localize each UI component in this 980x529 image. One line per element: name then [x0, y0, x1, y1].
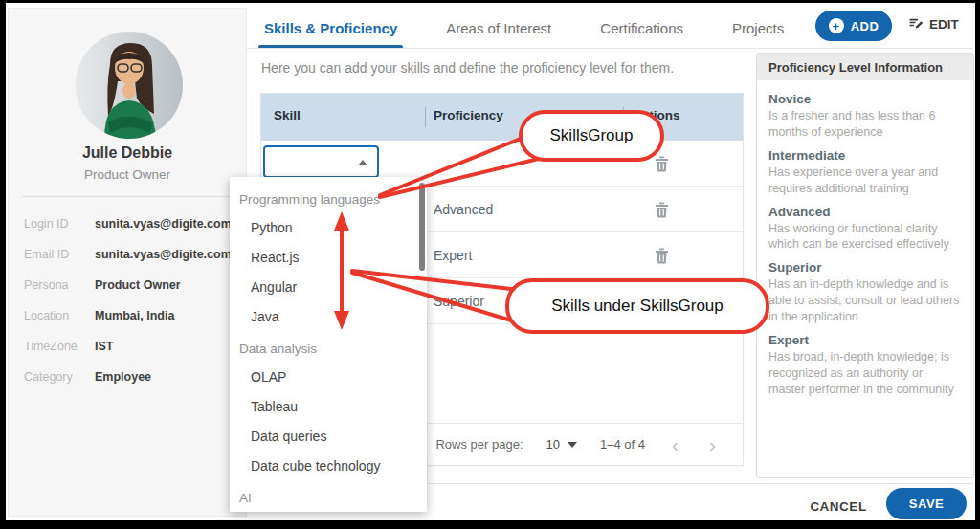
profile-field-value: Mumbai, India — [95, 307, 174, 324]
profile-field-label: Persona — [24, 276, 95, 294]
proficiency-info-panel: Proficiency Level Information Novice Is … — [756, 53, 974, 478]
dropdown-group-items: PythonReact.jsAngularJava — [230, 213, 427, 332]
dropdown-item[interactable]: Tableau — [230, 392, 427, 422]
column-header-proficiency: Proficiency — [434, 108, 503, 122]
profile-field-row: Email ID sunita.vyas@digite.com — [24, 246, 238, 263]
divider — [22, 196, 233, 197]
proficiency-level-name: Superior — [768, 260, 962, 275]
proficiency-level: Expert Has broad, in-depth knowledge; is… — [768, 333, 962, 398]
edit-icon — [907, 14, 924, 33]
plus-circle-icon: + — [829, 18, 844, 33]
profile-field-label: Login ID — [24, 215, 95, 232]
add-button-label: ADD — [851, 19, 880, 33]
previous-page-button[interactable]: ‹ — [668, 434, 682, 454]
dropdown-item[interactable]: OLAP — [230, 363, 427, 392]
dropdown-group-label: AI — [230, 481, 427, 512]
annotation-callout-skills-under: Skills under SkillsGroup — [505, 278, 769, 334]
edit-button-label: EDIT — [929, 17, 959, 32]
proficiency-level-name: Expert — [768, 333, 962, 347]
add-button[interactable]: + ADD — [815, 11, 892, 41]
profile-field-label: Location — [24, 307, 95, 324]
profile-field-row: Category Employee — [24, 368, 238, 386]
dropdown-item[interactable]: Angular — [230, 273, 427, 302]
tab-label: Projects — [732, 20, 784, 36]
proficiency-level-description: Has broad, in-depth knowledge; is recogn… — [768, 349, 962, 398]
annotation-text: SkillsGroup — [550, 126, 634, 145]
tab-label: Areas of Interest — [446, 20, 551, 36]
chevron-up-icon — [358, 160, 368, 165]
save-button[interactable]: SAVE — [886, 488, 967, 519]
profile-field-value: sunita.vyas@digite.com — [95, 215, 232, 232]
app-window: Julle Debbie Product Owner Login ID suni… — [6, 3, 975, 520]
profile-field-label: TimeZone — [24, 338, 95, 355]
tab-label: Skills & Proficiency — [264, 20, 397, 36]
profile-field-label: Email ID — [24, 246, 95, 263]
profile-fields: Login ID sunita.vyas@digite.com Email ID… — [24, 215, 238, 399]
cancel-button[interactable]: CANCEL — [802, 494, 875, 518]
tab[interactable]: Skills & Proficiency — [262, 8, 399, 49]
proficiency-value: Advanced — [434, 202, 493, 217]
tab-label: Certifications — [600, 20, 683, 36]
proficiency-value: Expert — [434, 248, 472, 263]
proficiency-level-name: Novice — [768, 92, 962, 106]
info-panel-body: Novice Is a fresher and has less than 6 … — [757, 80, 973, 398]
info-panel-title: Proficiency Level Information — [757, 54, 973, 80]
rows-per-page-label: Rows per page: — [435, 437, 523, 452]
header-divider — [425, 107, 426, 127]
annotation-callout-skillsgroup: SkillsGroup — [519, 110, 664, 162]
proficiency-value: Superior — [434, 294, 484, 309]
page-range: 1–4 of 4 — [600, 437, 645, 452]
proficiency-level: Intermediate Has experience over a year … — [768, 148, 962, 197]
profile-role: Product Owner — [9, 167, 246, 182]
tab[interactable]: Areas of Interest — [444, 8, 553, 49]
dropdown-group-label: Programming languages — [230, 183, 427, 213]
profile-field-value: sunita.vyas@digite.com — [95, 246, 232, 263]
tab[interactable]: Certifications — [598, 8, 685, 49]
dropdown-item[interactable]: Java — [230, 302, 427, 332]
page-description: Here you can add your skills and define … — [261, 60, 674, 76]
proficiency-level: Novice Is a fresher and has less than 6 … — [768, 92, 962, 141]
annotation-text: Skills under SkillsGroup — [551, 297, 724, 316]
skill-dropdown: Programming languages PythonReact.jsAngu… — [230, 177, 427, 512]
profile-field-row: Location Mumbai, India — [24, 307, 238, 324]
proficiency-level-description: Has an in-depth knowledge and is able to… — [768, 276, 962, 325]
profile-field-row: Persona Product Owner — [24, 276, 238, 294]
dropdown-item[interactable]: React.js — [230, 243, 427, 273]
profile-field-row: Login ID sunita.vyas@digite.com — [24, 215, 238, 232]
chevron-down-icon — [568, 442, 577, 448]
dropdown-group-items: OLAPTableauData queriesData cube technol… — [230, 363, 427, 481]
rows-per-page-value: 10 — [546, 437, 560, 452]
skill-combobox-input[interactable] — [263, 145, 379, 178]
profile-field-row: TimeZone IST — [24, 338, 238, 355]
delete-row-button[interactable] — [654, 248, 669, 264]
profile-field-value: Employee — [95, 368, 151, 386]
dropdown-item[interactable]: Python — [230, 213, 427, 243]
rows-per-page-select[interactable]: 10 — [546, 437, 577, 452]
column-header-skill: Skill — [274, 108, 301, 122]
dropdown-scrollbar[interactable] — [419, 183, 425, 271]
delete-row-button[interactable] — [654, 156, 669, 172]
tab[interactable]: Projects — [730, 8, 786, 49]
next-page-button[interactable]: › — [705, 434, 720, 454]
edit-button[interactable]: EDIT — [907, 14, 959, 33]
profile-card: Julle Debbie Product Owner Login ID suni… — [8, 8, 247, 517]
proficiency-level: Superior Has an in-depth knowledge and i… — [768, 260, 962, 325]
avatar — [76, 32, 183, 139]
divider — [247, 48, 973, 49]
profile-name: Julle Debbie — [9, 144, 246, 162]
proficiency-level-description: Has working or functional clarity which … — [768, 221, 962, 253]
proficiency-level-name: Advanced — [768, 205, 962, 219]
profile-field-label: Category — [24, 368, 95, 386]
profile-field-value: Product Owner — [95, 276, 181, 294]
dropdown-item[interactable]: Data queries — [230, 422, 427, 452]
proficiency-level: Advanced Has working or functional clari… — [768, 205, 962, 253]
proficiency-level-description: Is a fresher and has less than 6 months … — [768, 108, 962, 141]
proficiency-level-description: Has experience over a year and requires … — [768, 165, 962, 197]
profile-field-value: IST — [95, 338, 113, 355]
delete-row-button[interactable] — [654, 202, 669, 218]
table-header: Skill Proficiency Actions — [261, 94, 743, 141]
proficiency-level-name: Intermediate — [768, 148, 962, 163]
dropdown-item[interactable]: Data cube technology — [230, 452, 427, 481]
dropdown-group-label: Data analysis — [230, 332, 427, 363]
